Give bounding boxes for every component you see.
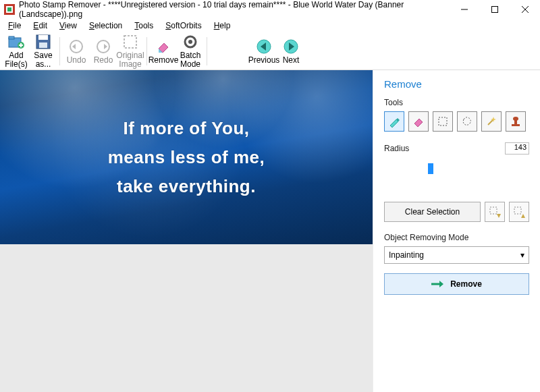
svg-point-23: [188, 40, 192, 44]
svg-line-32: [488, 119, 493, 125]
menu-view[interactable]: View: [54, 20, 82, 32]
original-image-button[interactable]: Original Image: [117, 34, 144, 69]
arrow-right-icon: [431, 280, 443, 288]
svg-point-35: [513, 117, 518, 121]
save-icon: [34, 34, 52, 51]
remove-action-button[interactable]: Remove: [384, 273, 529, 295]
toolbar-sep-2: [146, 37, 147, 65]
svg-marker-18: [104, 44, 107, 49]
menu-selection[interactable]: Selection: [84, 20, 128, 32]
redo-label: Redo: [94, 56, 113, 65]
save-selection-button[interactable]: [509, 202, 529, 222]
radius-value[interactable]: 143: [505, 142, 529, 155]
svg-point-15: [70, 40, 82, 53]
chevron-down-icon: ▾: [520, 250, 524, 260]
lasso-icon: [461, 115, 473, 128]
radius-row: Radius 143: [384, 140, 529, 157]
mode-select[interactable]: Inpainting ▾: [384, 246, 529, 264]
batch-mode-label: Batch Mode: [177, 51, 204, 68]
next-button[interactable]: Next: [277, 34, 304, 69]
menu-bar: File Edit View Selection Tools SoftOrbit…: [0, 19, 540, 32]
load-selection-icon: [489, 206, 501, 218]
load-selection-button[interactable]: [485, 202, 505, 222]
tool-row: [384, 111, 529, 132]
menu-softorbits[interactable]: SoftOrbits: [160, 20, 207, 32]
eraser-icon: [155, 38, 172, 55]
undo-label: Undo: [67, 56, 86, 65]
window-title: Photo Stamp Remover - ****Unregistered v…: [19, 0, 449, 19]
previous-button[interactable]: Previous: [250, 34, 277, 69]
mode-label: Object Removing Mode: [384, 233, 529, 242]
svg-marker-16: [72, 44, 76, 49]
undo-icon: [68, 38, 85, 55]
previous-icon: [255, 38, 273, 55]
menu-file[interactable]: File: [3, 20, 26, 32]
eraser-small-icon: [412, 115, 425, 128]
svg-marker-28: [390, 119, 398, 128]
svg-marker-37: [497, 214, 501, 218]
tool-marker[interactable]: [384, 111, 404, 132]
svg-marker-30: [414, 119, 423, 127]
maximize-button[interactable]: [479, 0, 510, 19]
redo-button[interactable]: Redo: [90, 34, 117, 69]
clear-selection-button[interactable]: Clear Selection: [384, 202, 481, 222]
close-button[interactable]: [510, 0, 540, 19]
radius-slider[interactable]: [384, 161, 529, 175]
svg-rect-2: [7, 7, 11, 11]
save-as-label: Save as...: [30, 51, 57, 68]
next-icon: [282, 38, 300, 55]
gear-icon: [182, 34, 199, 51]
svg-marker-39: [521, 214, 525, 218]
toolbar: Add File(s) Save as... Undo Redo Origina…: [0, 32, 540, 70]
minimize-button[interactable]: [449, 0, 479, 19]
svg-rect-19: [124, 36, 136, 48]
toolbar-sep-3: [207, 37, 207, 65]
svg-point-17: [97, 40, 109, 53]
add-files-button[interactable]: Add File(s): [3, 34, 30, 69]
image-canvas[interactable]: If more of You, means less of me, take e…: [0, 70, 373, 244]
svg-rect-4: [491, 7, 497, 13]
svg-rect-13: [38, 35, 48, 40]
tool-rect-select[interactable]: [433, 111, 453, 132]
redo-icon: [94, 38, 112, 55]
clear-selection-label: Clear Selection: [405, 207, 460, 217]
tool-lasso[interactable]: [457, 111, 477, 132]
svg-rect-31: [439, 117, 447, 125]
rect-select-icon: [437, 115, 449, 128]
tool-stamp[interactable]: [506, 111, 526, 132]
svg-rect-8: [9, 36, 14, 39]
panel-header: Remove: [384, 78, 529, 90]
svg-rect-33: [512, 124, 520, 126]
canvas-text-line-2: means less of me,: [108, 147, 265, 168]
undo-button[interactable]: Undo: [63, 34, 90, 69]
save-as-button[interactable]: Save as...: [30, 34, 57, 69]
svg-rect-36: [490, 207, 497, 214]
radius-label: Radius: [384, 144, 409, 153]
batch-mode-button[interactable]: Batch Mode: [177, 34, 204, 69]
side-panel: Remove Tools Radius 143 Clear Selection …: [373, 70, 540, 392]
main-row: If more of You, means less of me, take e…: [0, 70, 540, 392]
remove-label: Remove: [148, 56, 179, 65]
add-files-icon: [7, 34, 25, 51]
remove-button[interactable]: Remove: [150, 34, 177, 69]
add-files-label: Add File(s): [3, 51, 30, 68]
previous-label: Previous: [248, 56, 280, 65]
menu-tools[interactable]: Tools: [129, 20, 159, 32]
canvas-text-line-3: take everything.: [117, 176, 256, 197]
selection-button-row: Clear Selection: [384, 202, 529, 222]
svg-rect-14: [39, 43, 47, 48]
menu-help[interactable]: Help: [209, 20, 236, 32]
svg-rect-38: [514, 207, 521, 214]
menu-edit[interactable]: Edit: [28, 20, 53, 32]
canvas-text-line-1: If more of You,: [123, 118, 249, 139]
save-selection-icon: [513, 206, 525, 218]
tool-eraser[interactable]: [408, 111, 429, 132]
original-image-icon: [122, 34, 139, 51]
tool-magic-wand[interactable]: [481, 111, 502, 132]
next-label: Next: [283, 56, 300, 65]
original-image-label: Original Image: [116, 51, 144, 68]
title-bar: Photo Stamp Remover - ****Unregistered v…: [0, 0, 540, 19]
slider-thumb[interactable]: [428, 163, 433, 174]
marker-icon: [388, 115, 400, 128]
toolbar-sep-1: [59, 37, 60, 65]
